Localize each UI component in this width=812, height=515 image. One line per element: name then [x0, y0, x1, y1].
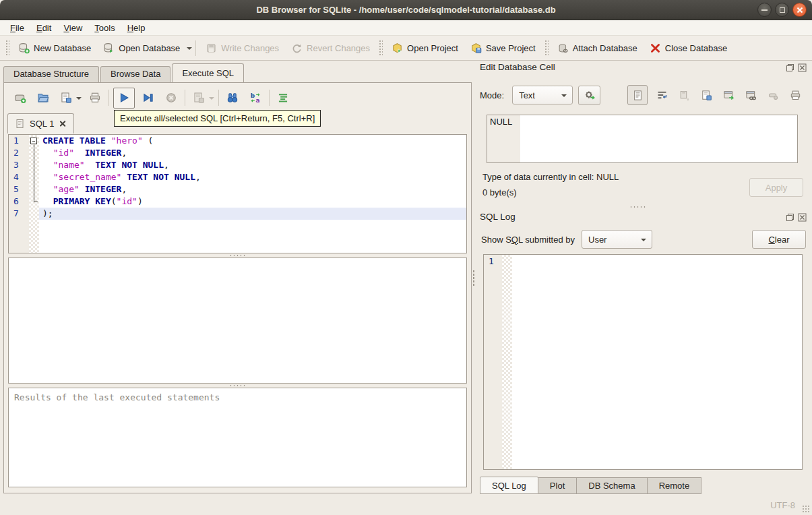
replace-icon[interactable]: ba	[246, 88, 265, 107]
float-panel-icon[interactable]	[785, 212, 795, 222]
resize-grip[interactable]	[802, 505, 810, 513]
fold-margin	[29, 208, 39, 220]
open-database-button[interactable]: Open Database	[97, 39, 186, 57]
editor-line[interactable]: 7);	[9, 208, 466, 220]
cell-value: NULL	[487, 115, 520, 162]
cell-value-editor[interactable]: NULL	[487, 115, 798, 163]
open-database-dropdown[interactable]	[187, 47, 192, 53]
revert-changes-icon	[291, 42, 303, 54]
find-icon[interactable]	[223, 88, 242, 107]
open-sql-file-button[interactable]	[34, 88, 53, 107]
editor-line[interactable]: 5 "age" INTEGER,	[9, 183, 466, 195]
apply-button[interactable]: Apply	[749, 178, 803, 197]
execute-line-button[interactable]	[139, 88, 158, 107]
attach-database-button[interactable]: Attach Database	[551, 39, 644, 57]
main-splitter-handle[interactable]	[472, 270, 475, 287]
minimize-button[interactable]	[757, 3, 772, 17]
close-panel-icon[interactable]	[797, 212, 807, 222]
format-sql-icon[interactable]	[274, 88, 292, 107]
mode-label: Mode:	[480, 90, 504, 100]
cell-editor-icons	[627, 85, 806, 105]
import-data-icon[interactable]	[676, 87, 692, 103]
open-external-icon[interactable]	[720, 87, 737, 103]
log-fold-margin	[502, 255, 512, 469]
open-project-button[interactable]: Open Project	[385, 39, 464, 57]
dock-splitter-handle[interactable]	[629, 206, 647, 208]
dock-tab-plot[interactable]: Plot	[538, 477, 577, 494]
auto-mode-button[interactable]	[578, 86, 600, 105]
close-panel-icon[interactable]	[797, 63, 807, 72]
results-grid-pane[interactable]	[8, 258, 467, 384]
dock-tab-db-schema[interactable]: DB Schema	[577, 477, 647, 494]
dock-tab-sql-log[interactable]: SQL Log	[480, 477, 538, 494]
menu-file[interactable]: File	[4, 21, 30, 35]
save-project-button[interactable]: Save Project	[464, 39, 542, 57]
save-results-dropdown[interactable]	[209, 97, 214, 102]
close-database-button[interactable]: Close Database	[644, 39, 734, 57]
save-sql-dropdown[interactable]	[76, 97, 82, 102]
sql-tab-sql1[interactable]: SQL 1	[7, 113, 74, 133]
toolbar-separator	[185, 90, 185, 106]
stop-execution-button[interactable]	[162, 88, 181, 107]
editor-line[interactable]: 2 "id" INTEGER,	[9, 147, 466, 159]
editor-empty-area[interactable]	[9, 220, 466, 253]
sql-log-panel-buttons	[785, 212, 807, 222]
copy-link-icon[interactable]	[743, 87, 759, 103]
maximize-button[interactable]	[775, 3, 789, 17]
code-text: "age" INTEGER,	[39, 183, 466, 195]
main-toolbar: New Database Open Database Write Changes…	[0, 36, 812, 61]
encoding-indicator[interactable]: UTF-8	[770, 500, 795, 510]
log-filter-select[interactable]: User	[582, 230, 652, 249]
execute-all-button[interactable]	[113, 88, 135, 109]
mode-select[interactable]: Text	[512, 86, 573, 104]
tab-database-structure[interactable]: Database Structure	[3, 66, 99, 82]
float-panel-icon[interactable]	[785, 63, 795, 72]
toolbar-separator	[108, 90, 109, 106]
menu-help[interactable]: Help	[121, 21, 152, 35]
print-cell-icon[interactable]	[787, 87, 803, 103]
sql-log-filter-row: Show SQL submitted by User Clear	[481, 229, 806, 249]
menu-tools[interactable]: Tools	[88, 21, 121, 35]
set-null-icon[interactable]	[765, 87, 781, 103]
save-results-button[interactable]	[189, 88, 208, 107]
editor-line[interactable]: 6 PRIMARY KEY("id")	[9, 195, 466, 208]
tab-browse-data[interactable]: Browse Data	[100, 66, 170, 82]
export-data-icon[interactable]	[698, 87, 714, 103]
toolbar-separator	[269, 90, 270, 106]
fold-margin	[29, 195, 39, 208]
close-database-icon	[650, 42, 661, 54]
close-icon	[797, 7, 803, 13]
new-sql-tab-button[interactable]	[11, 88, 30, 107]
menu-view[interactable]: View	[57, 21, 88, 35]
line-number: 6	[9, 195, 29, 208]
clear-log-button[interactable]: Clear	[752, 230, 806, 249]
fold-margin[interactable]	[29, 135, 39, 147]
sql-editor[interactable]: 1CREATE TABLE "hero" (2 "id" INTEGER,3 "…	[8, 134, 467, 253]
sql-log-view[interactable]: 1	[483, 254, 803, 470]
maximize-icon	[780, 7, 785, 13]
toolbar-drag-handle[interactable]	[5, 40, 9, 56]
results-log-pane[interactable]: Results of the last executed statements	[8, 388, 467, 487]
print-sql-button[interactable]	[86, 88, 104, 107]
write-changes-button[interactable]: Write Changes	[199, 39, 285, 57]
dock-tab-remote[interactable]: Remote	[648, 477, 702, 494]
toolbar-drag-handle[interactable]	[544, 40, 549, 56]
editor-line[interactable]: 3 "name" TEXT NOT NULL,	[9, 159, 466, 171]
sql-document-icon	[15, 119, 25, 129]
menu-edit[interactable]: Edit	[30, 21, 57, 35]
editor-line[interactable]: 1CREATE TABLE "hero" (	[9, 135, 466, 147]
close-button[interactable]	[792, 3, 807, 17]
save-sql-file-button[interactable]	[57, 88, 75, 107]
tab-execute-sql[interactable]: Execute SQL	[172, 63, 244, 82]
open-project-icon	[392, 42, 403, 54]
line-number: 2	[9, 147, 29, 159]
word-wrap-icon[interactable]	[654, 87, 670, 103]
text-mode-icon[interactable]	[627, 85, 648, 105]
close-sql-tab-icon[interactable]	[59, 120, 66, 127]
toolbar-drag-handle[interactable]	[379, 40, 383, 56]
fold-margin	[29, 171, 39, 183]
editor-line[interactable]: 4 "secret_name" TEXT NOT NULL,	[9, 171, 466, 183]
revert-changes-button[interactable]: Revert Changes	[285, 39, 376, 57]
new-database-button[interactable]: New Database	[12, 39, 97, 57]
titlebar[interactable]: DB Browser for SQLite - /home/user/code/…	[0, 0, 812, 20]
